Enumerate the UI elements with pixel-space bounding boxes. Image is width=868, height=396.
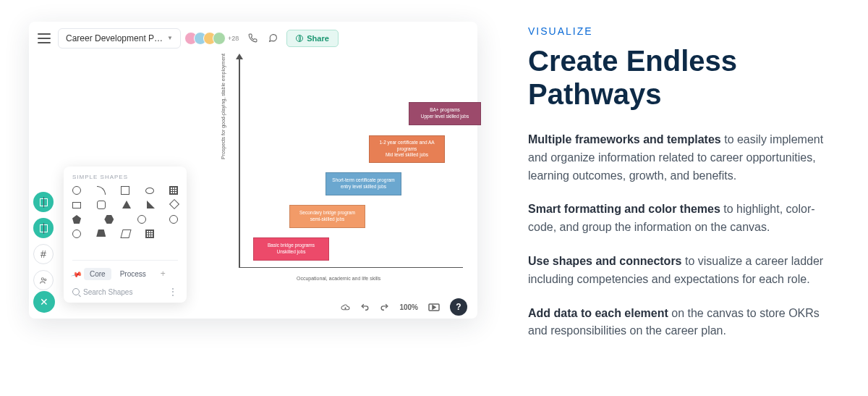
app-frame: Career Development P… ▼ +28 Share [29,22,477,319]
redo-icon[interactable] [380,303,389,312]
document-title-dropdown[interactable]: Career Development P… ▼ [58,28,181,49]
shape-dot[interactable] [169,215,178,224]
ladder-step-1[interactable]: Basic bridge programs Unskilled jobs [253,237,329,261]
search-shapes-input[interactable]: Search Shapes [72,288,164,296]
menu-icon[interactable] [38,33,51,43]
x-axis [239,267,463,269]
shape-square[interactable] [121,186,129,195]
tab-core[interactable]: Core [84,268,111,280]
tab-add[interactable]: + [155,266,171,281]
shape-arc[interactable] [97,186,106,195]
call-icon[interactable] [246,32,259,45]
bottom-bar: 100% ? [29,295,477,319]
shape-trapezoid[interactable] [96,229,106,237]
page-heading: Create Endless Pathways [528,44,832,111]
avatar [213,32,226,45]
shape-pentagon[interactable] [72,215,81,224]
x-axis-label: Occupational, academic and life skills [297,276,380,281]
shape-ellipse[interactable] [145,188,154,194]
marketing-copy: VISUALIZE Create Endless Pathways Multip… [506,0,868,396]
side-rail: # [33,192,54,290]
ladder-step-4[interactable]: 1-2 year certificate and AA programs Mid… [369,135,445,163]
y-axis [239,58,240,268]
shape-hexagon[interactable] [104,215,114,224]
shape-grid[interactable] [145,229,154,238]
globe-icon [296,35,303,42]
help-button[interactable]: ? [450,298,467,316]
shape-circle[interactable] [72,186,81,195]
shape-oval[interactable] [72,229,81,238]
avatar-overflow-count: +28 [228,35,239,42]
panel-title: SIMPLE SHAPES [72,174,178,180]
comment-icon[interactable] [266,32,279,45]
ladder-step-5[interactable]: BA+ programs Upper level skilled jobs [409,102,481,125]
eyebrow: VISUALIZE [528,25,832,37]
shape-rounded-rect[interactable] [97,201,106,209]
document-title: Career Development P… [66,33,163,43]
pin-icon[interactable]: 📌 [71,268,82,279]
svg-point-0 [41,277,43,279]
shapes-panel: SIMPLE SHAPES [64,167,187,303]
rail-frame-button[interactable] [33,192,54,212]
search-icon [72,288,80,295]
shape-diamond[interactable] [169,199,179,209]
shape-triangle[interactable] [122,201,131,208]
feature-paragraph: Smart formatting and color themes to hig… [528,201,832,237]
shape-ring[interactable] [137,215,146,224]
shape-parallelogram[interactable] [120,229,131,238]
y-axis-label: Prospects for good-playing, stable emplo… [221,54,226,159]
shape-rect[interactable] [72,202,81,208]
svg-point-1 [44,279,46,280]
share-label: Share [307,34,329,43]
share-button[interactable]: Share [286,30,339,47]
feature-paragraph: Use shapes and connectors to visualize a… [528,253,832,289]
cloud-sync-icon[interactable] [341,303,350,312]
rail-frame-button-2[interactable] [33,218,54,238]
ladder-step-2[interactable]: Secondary bridge program semi-skilled jo… [289,205,365,228]
feature-paragraph: Multiple frameworks and templates to eas… [528,131,832,185]
rail-people-button[interactable] [33,270,54,290]
collaborator-avatars[interactable]: +28 [188,32,239,45]
undo-icon[interactable] [360,303,370,312]
tab-process[interactable]: Process [114,268,152,280]
toolbar: Career Development P… ▼ +28 Share [29,22,477,54]
rail-grid-button[interactable]: # [33,244,54,264]
ladder-step-3[interactable]: Short-term certificate program entry lev… [326,172,401,195]
shape-right-triangle[interactable] [147,201,155,208]
chevron-down-icon: ▼ [167,35,173,41]
presentation-icon[interactable] [428,303,440,311]
feature-paragraph: Add data to each element on the canvas t… [528,305,832,341]
zoom-level[interactable]: 100% [399,303,418,311]
shape-table[interactable] [169,186,178,195]
